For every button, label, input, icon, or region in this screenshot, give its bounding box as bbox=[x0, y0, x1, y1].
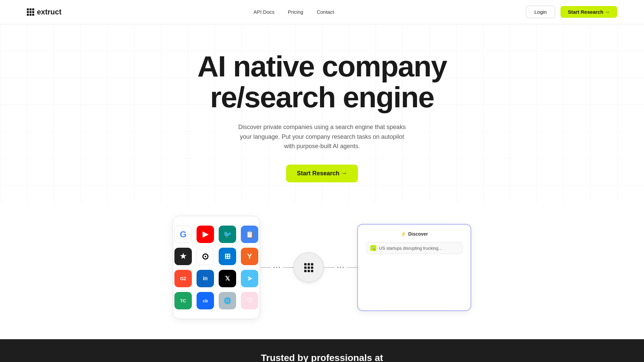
icons-grid: G ▶ 🐦 📋 ★ ⊙ ⊞ Y G2 in 𝕏 ➤ TC cb 🌐 ♡ bbox=[181, 226, 252, 309]
discover-card: ⚡ Discover 🔍 US startups disrupting truc… bbox=[357, 224, 471, 311]
nav-link-api-docs[interactable]: API Docs bbox=[254, 9, 275, 15]
discover-label: Discover bbox=[408, 231, 428, 237]
hero-section: AI native company re/search engine Disco… bbox=[0, 24, 644, 202]
right-connector bbox=[324, 267, 357, 268]
hero-subtitle: Discover private companies using a searc… bbox=[235, 122, 409, 151]
logo[interactable]: extruct bbox=[27, 8, 61, 16]
login-button[interactable]: Login bbox=[526, 6, 555, 18]
teal-icon: 🐦 bbox=[219, 226, 236, 243]
diagram-section: G ▶ 🐦 📋 ★ ⊙ ⊞ Y G2 in 𝕏 ➤ TC cb 🌐 ♡ bbox=[0, 202, 644, 339]
x-icon: 𝕏 bbox=[219, 270, 236, 287]
nav-link-contact[interactable]: Contact bbox=[317, 9, 334, 15]
github-icon: ⊙ bbox=[197, 248, 214, 265]
logo-grid-icon bbox=[27, 8, 34, 16]
nav-links: API Docs Pricing Contact bbox=[254, 9, 334, 15]
star-icon: ★ bbox=[174, 248, 192, 265]
google-icon: G bbox=[174, 226, 192, 243]
lightning-icon: ⚡ bbox=[400, 231, 406, 237]
center-node-grid bbox=[304, 263, 313, 272]
discover-header: ⚡ Discover bbox=[366, 231, 463, 237]
navbar: extruct API Docs Pricing Contact Login S… bbox=[0, 0, 644, 24]
left-connector bbox=[260, 267, 293, 268]
nav-link-pricing[interactable]: Pricing bbox=[288, 9, 303, 15]
connector-line-right2 bbox=[346, 267, 357, 268]
start-research-nav-button[interactable]: Start Research → bbox=[560, 6, 617, 18]
pink-icon: ♡ bbox=[241, 292, 258, 309]
hero-title: AI native company re/search engine bbox=[197, 51, 447, 113]
sharepoint-icon: ⊞ bbox=[219, 248, 236, 265]
start-research-hero-button[interactable]: Start Research → bbox=[286, 165, 358, 182]
bottom-bar: Trusted by professionals at bbox=[0, 339, 644, 362]
arrow-icon: ➤ bbox=[241, 270, 258, 287]
sources-card: G ▶ 🐦 📋 ★ ⊙ ⊞ Y G2 in 𝕏 ➤ TC cb 🌐 ♡ bbox=[173, 216, 260, 319]
connector-line-left bbox=[260, 267, 271, 268]
connector-line-right bbox=[324, 267, 334, 268]
search-icon-small: 🔍 bbox=[370, 245, 376, 251]
connector-dots-left bbox=[271, 267, 283, 268]
techcrunch-icon: TC bbox=[174, 292, 192, 309]
docs-icon: 📋 bbox=[241, 226, 258, 243]
trusted-by-title: Trusted by professionals at bbox=[13, 353, 631, 362]
g2-icon: G2 bbox=[174, 270, 192, 287]
center-node bbox=[293, 252, 324, 283]
linkedin-icon: in bbox=[197, 270, 214, 287]
crunchbase-icon: cb bbox=[197, 292, 214, 309]
web-icon: 🌐 bbox=[219, 292, 236, 309]
search-query-row: 🔍 US startups disrupting trucking... bbox=[366, 242, 463, 254]
connector-dots-right bbox=[334, 267, 346, 268]
logo-text: extruct bbox=[37, 8, 61, 16]
nav-actions: Login Start Research → bbox=[526, 6, 617, 18]
ycombinator-icon: Y bbox=[241, 248, 258, 265]
connector-line-left2 bbox=[283, 267, 293, 268]
youtube-icon: ▶ bbox=[197, 226, 214, 243]
search-query-text: US startups disrupting trucking... bbox=[379, 246, 442, 251]
